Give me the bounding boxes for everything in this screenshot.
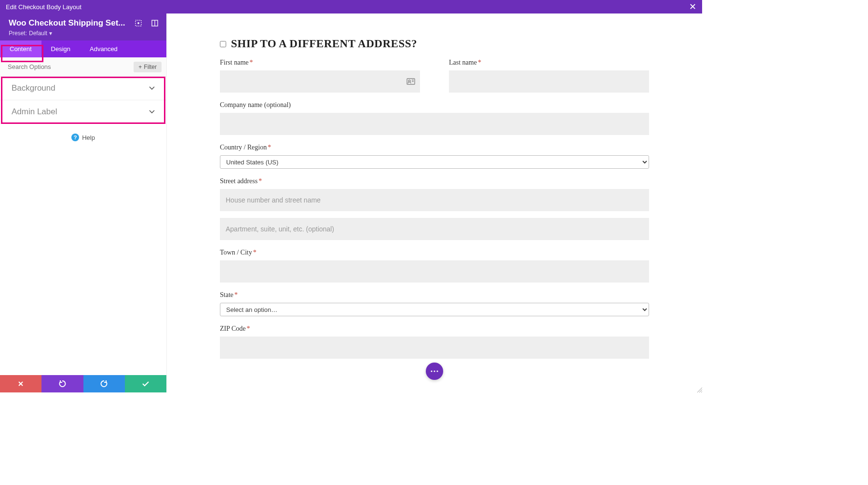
svg-line-18 [701,391,702,392]
resize-grip-icon[interactable] [695,386,702,392]
tabs: Content Design Advanced [0,40,166,57]
caret-down-icon: ▾ [49,30,52,37]
columns-icon[interactable] [151,19,159,27]
last-name-label: Last name* [449,59,649,67]
plus-icon: + [138,64,142,70]
preview-pane: SHIP TO A DIFFERENT ADDRESS? First name*… [167,13,702,392]
option-admin-label[interactable]: Admin Label [0,100,166,124]
ship-different-checkbox[interactable] [220,41,226,47]
expand-icon[interactable] [135,19,142,27]
chevron-down-icon [149,110,155,114]
street-address-1-input[interactable] [220,189,649,211]
chevron-down-icon [149,86,155,90]
help-icon: ? [71,134,79,141]
svg-point-1 [138,23,139,24]
topbar: Edit Checkout Body Layout ✕ [0,0,702,13]
last-name-input[interactable] [449,70,649,93]
module-header: Woo Checkout Shipping Set... Preset: Def… [0,13,166,40]
filter-label: Filter [144,64,157,70]
filter-button[interactable]: + Filter [134,62,162,72]
options-list: Background Admin Label [0,77,166,124]
help-label: Help [82,134,95,141]
street-label: Street address* [220,177,649,185]
search-input[interactable] [8,60,134,73]
svg-point-15 [436,370,438,372]
company-label: Company name (optional) [220,101,649,109]
state-select[interactable]: Select an option… [220,303,649,316]
footer-actions [0,375,166,392]
tab-advanced[interactable]: Advanced [80,40,127,57]
preset-label: Preset: [9,30,27,37]
ship-heading: SHIP TO A DIFFERENT ADDRESS? [220,38,649,50]
save-button[interactable] [125,375,166,392]
search-row: + Filter [0,57,166,77]
topbar-title: Edit Checkout Body Layout [6,3,81,11]
state-label: State* [220,291,649,299]
first-name-label: First name* [220,59,420,67]
ship-heading-text: SHIP TO A DIFFERENT ADDRESS? [231,38,417,50]
company-input[interactable] [220,113,649,135]
settings-panel: Woo Checkout Shipping Set... Preset: Def… [0,13,167,392]
option-background[interactable]: Background [0,77,166,100]
svg-point-14 [434,370,435,372]
preset-value: Default [29,30,47,37]
shipping-form: SHIP TO A DIFFERENT ADDRESS? First name*… [215,38,654,392]
street-address-2-input[interactable] [220,218,649,240]
city-label: Town / City* [220,249,649,256]
option-background-label: Background [12,83,55,93]
zip-label: ZIP Code* [220,325,649,333]
undo-button[interactable] [41,375,83,392]
tab-content[interactable]: Content [0,40,41,57]
module-title: Woo Checkout Shipping Set... [9,18,125,28]
zip-input[interactable] [220,337,649,359]
first-name-input[interactable] [220,70,420,93]
redo-button[interactable] [83,375,125,392]
country-label: Country / Region* [220,144,649,151]
close-icon[interactable]: ✕ [689,1,696,12]
fab-more-button[interactable] [426,363,443,380]
tab-design[interactable]: Design [41,40,80,57]
contact-card-icon[interactable] [407,78,415,85]
help-link[interactable]: ? Help [0,124,166,151]
country-select[interactable]: United States (US) [220,155,649,169]
option-admin-label-label: Admin Label [12,107,57,117]
cancel-button[interactable] [0,375,41,392]
city-input[interactable] [220,260,649,283]
preset-selector[interactable]: Preset: Default ▾ [9,30,158,37]
svg-point-13 [431,370,432,372]
